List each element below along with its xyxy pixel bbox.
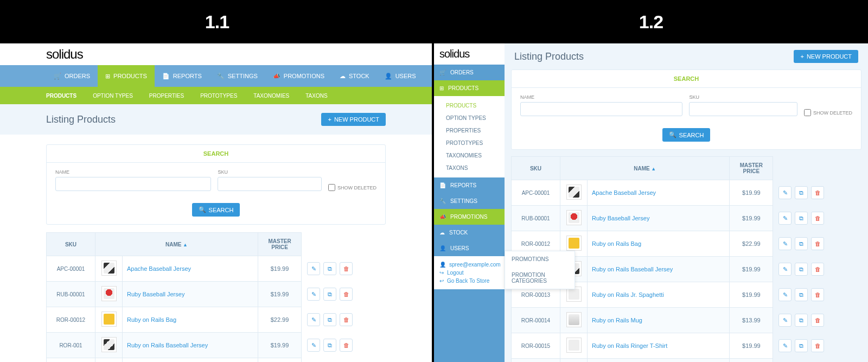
th-name[interactable]: NAME <box>560 157 730 180</box>
clone-button[interactable]: ⧉ <box>795 186 808 199</box>
delete-button[interactable]: 🗑 <box>811 339 824 352</box>
subnav-item-option-types[interactable]: OPTION TYPES <box>93 93 133 99</box>
clone-button[interactable]: ⧉ <box>795 339 808 352</box>
th-sku[interactable]: SKU <box>47 233 95 256</box>
clone-button[interactable]: ⧉ <box>323 313 336 326</box>
go-back-link[interactable]: ↩Go Back To Store <box>439 277 499 285</box>
topnav-item-promotions[interactable]: 📣PROMOTIONS <box>265 65 332 87</box>
edit-button[interactable]: ✎ <box>778 339 792 352</box>
delete-button[interactable]: 🗑 <box>811 237 824 250</box>
edit-button[interactable]: ✎ <box>778 186 792 199</box>
sidebar-item-promotions[interactable]: 📣PROMOTIONS <box>434 209 505 225</box>
flyout-item-promotions[interactable]: PROMOTIONS <box>505 251 575 267</box>
topnav-item-products[interactable]: ⊞PRODUCTS <box>98 65 155 87</box>
th-name[interactable]: NAME <box>95 233 258 256</box>
flyout-item-promotion-categories[interactable]: PROMOTION CATEGORIES <box>505 267 575 289</box>
sidebar-item-users[interactable]: 👤USERS <box>434 240 505 256</box>
edit-button[interactable]: ✎ <box>307 339 320 352</box>
product-link[interactable]: Apache Baseball Jersey <box>127 265 191 272</box>
clone-button[interactable]: ⧉ <box>795 212 808 225</box>
edit-button[interactable]: ✎ <box>307 288 320 301</box>
name-input[interactable] <box>520 102 682 116</box>
sidebar-sub-taxonomies[interactable]: TAXONOMIES <box>434 149 505 162</box>
edit-button[interactable]: ✎ <box>778 237 792 250</box>
delete-button[interactable]: 🗑 <box>340 313 353 326</box>
topnav-item-users[interactable]: 👤USERS <box>377 65 424 87</box>
cell-sku: ROR-001 <box>47 333 95 358</box>
cell-price: $19.99 <box>258 282 302 307</box>
delete-button[interactable]: 🗑 <box>340 339 353 352</box>
subnav-item-properties[interactable]: PROPERTIES <box>149 93 184 99</box>
delete-button[interactable]: 🗑 <box>811 288 824 301</box>
user-email-link[interactable]: 👤spree@example.com <box>439 261 499 269</box>
search-button[interactable]: 🔍 SEARCH <box>192 203 240 217</box>
sidebar-item-reports[interactable]: 📄REPORTS <box>434 177 505 193</box>
delete-button[interactable]: 🗑 <box>811 263 824 276</box>
product-link[interactable]: Ruby on Rails Mug <box>592 317 642 323</box>
sidebar-sub-products[interactable]: PRODUCTS <box>434 99 505 112</box>
table-row: ROR-00014Ruby on Rails Mug$13.99✎⧉🗑 <box>512 308 861 333</box>
delete-button[interactable]: 🗑 <box>811 212 824 225</box>
product-link[interactable]: Ruby on Rails Jr. Spaghetti <box>592 291 664 298</box>
sidebar-sub-properties[interactable]: PROPERTIES <box>434 124 505 137</box>
new-product-button[interactable]: + NEW PRODUCT <box>321 113 386 126</box>
sku-input[interactable] <box>218 177 322 191</box>
edit-button[interactable]: ✎ <box>778 314 792 327</box>
show-deleted-checkbox[interactable] <box>328 184 335 191</box>
edit-button[interactable]: ✎ <box>778 263 792 276</box>
product-link[interactable]: Ruby Baseball Jersey <box>592 215 649 221</box>
topnav-item-orders[interactable]: 🛒ORDERS <box>46 65 98 87</box>
sidebar-sub-taxons[interactable]: TAXONS <box>434 162 505 174</box>
logout-link[interactable]: ↪Logout <box>439 269 499 277</box>
new-product-button[interactable]: + NEW PRODUCT <box>794 50 858 63</box>
sidebar-item-stock[interactable]: ☁STOCK <box>434 225 505 240</box>
subnav-item-products[interactable]: PRODUCTS <box>46 93 76 99</box>
clone-button[interactable]: ⧉ <box>795 237 808 250</box>
sidebar-sub-option-types[interactable]: OPTION TYPES <box>434 112 505 124</box>
sidebar-item-products[interactable]: ⊞PRODUCTS <box>434 80 505 96</box>
th-sku[interactable]: SKU <box>512 157 560 180</box>
product-link[interactable]: Ruby on Rails Ringer T-Shirt <box>592 342 667 349</box>
sidebar: solidus 🛒ORDERS⊞PRODUCTSPRODUCTSOPTION T… <box>434 43 505 362</box>
sidebar-item-settings[interactable]: 🔧SETTINGS <box>434 193 505 209</box>
sku-input[interactable] <box>689 102 797 116</box>
edit-button[interactable]: ✎ <box>307 262 320 275</box>
product-link[interactable]: Ruby Baseball Jersey <box>127 291 184 297</box>
topnav-item-reports[interactable]: 📄REPORTS <box>155 65 209 87</box>
product-link[interactable]: Ruby on Rails Baseball Jersey <box>127 342 208 348</box>
sidebar-item-orders[interactable]: 🛒ORDERS <box>434 65 505 80</box>
product-link[interactable]: Ruby on Rails Bag <box>127 316 176 323</box>
clone-button[interactable]: ⧉ <box>323 262 336 275</box>
subnav-item-taxonomies[interactable]: TAXONOMIES <box>253 93 289 99</box>
product-link[interactable]: Ruby on Rails Bag <box>592 240 641 247</box>
show-deleted-checkbox[interactable] <box>804 109 811 116</box>
delete-button[interactable]: 🗑 <box>811 186 824 199</box>
delete-button[interactable]: 🗑 <box>811 314 824 327</box>
delete-button[interactable]: 🗑 <box>340 288 353 301</box>
subnav-item-prototypes[interactable]: PROTOTYPES <box>200 93 237 99</box>
name-input[interactable] <box>55 177 211 191</box>
sidebar-sub-prototypes[interactable]: PROTOTYPES <box>434 137 505 149</box>
clone-button[interactable]: ⧉ <box>795 288 808 301</box>
th-price[interactable]: MASTER PRICE <box>258 233 302 256</box>
topnav-item-settings[interactable]: 🔧SETTINGS <box>209 65 265 87</box>
th-price[interactable]: MASTER PRICE <box>730 157 773 180</box>
clone-button[interactable]: ⧉ <box>323 339 336 352</box>
edit-icon: ✎ <box>783 240 788 247</box>
page-title: Listing Products <box>514 51 584 62</box>
edit-button[interactable]: ✎ <box>307 313 320 326</box>
clone-button[interactable]: ⧉ <box>795 263 808 276</box>
product-link[interactable]: Apache Baseball Jersey <box>592 189 656 196</box>
topnav-item-stock[interactable]: ☁STOCK <box>332 65 377 87</box>
clone-button[interactable]: ⧉ <box>795 314 808 327</box>
edit-button[interactable]: ✎ <box>778 288 792 301</box>
subnav-item-taxons[interactable]: TAXONS <box>305 93 327 99</box>
product-thumb <box>566 210 582 225</box>
cell-thumb <box>95 307 123 333</box>
delete-button[interactable]: 🗑 <box>340 262 353 275</box>
product-link[interactable]: Ruby on Rails Baseball Jersey <box>592 266 673 272</box>
cell-thumb <box>560 180 588 206</box>
edit-button[interactable]: ✎ <box>778 212 792 225</box>
search-button[interactable]: 🔍 SEARCH <box>662 128 711 142</box>
clone-button[interactable]: ⧉ <box>323 288 336 301</box>
